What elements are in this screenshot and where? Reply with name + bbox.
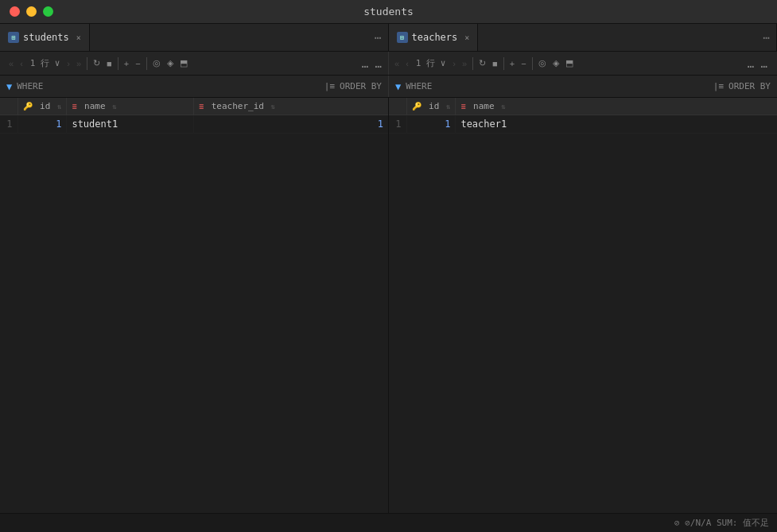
maximize-button[interactable] — [43, 6, 53, 17]
add-row-button-right[interactable]: + — [507, 57, 517, 70]
teachers-table-icon: ⊞ — [397, 32, 408, 43]
filter-split: ▼ WHERE |≡ ORDER BY ▼ WHERE |≡ ORDER BY — [0, 76, 777, 97]
stop-button-right[interactable]: ■ — [490, 57, 500, 70]
students-name-header[interactable]: ≣ name ⇅ — [67, 98, 194, 115]
window-title: students — [363, 6, 414, 17]
toolbar-more-right[interactable]: … … — [744, 57, 771, 70]
teachers-id-1[interactable]: 1 — [406, 115, 456, 134]
teachers-tab-label: teachers — [412, 32, 458, 43]
left-tab-panel: ⊞ students × ⋯ — [0, 24, 389, 51]
window-controls — [10, 6, 53, 17]
teachers-name-sort-icon: ⇅ — [501, 103, 505, 111]
commit-button-right[interactable]: ◎ — [536, 56, 549, 70]
toolbar-sep-6 — [532, 57, 533, 70]
students-table-icon: ⊞ — [8, 32, 19, 43]
save-button-right[interactable]: ⬒ — [563, 56, 576, 70]
refresh-button-left[interactable]: ↻ — [91, 56, 103, 70]
teachers-pk-icon: 🔑 — [412, 102, 422, 111]
nav-first-button-right[interactable]: « — [392, 57, 402, 70]
remove-row-button-right[interactable]: − — [519, 57, 528, 70]
teacherid-type-icon: ≣ — [199, 102, 204, 111]
orderby-label-left: ORDER BY — [340, 81, 382, 91]
statusbar-text: ⊘ ⊘/N/A SUM: 值不足 — [674, 517, 769, 529]
filterbar: ▼ WHERE |≡ ORDER BY ▼ WHERE |≡ ORDER BY — [0, 76, 777, 98]
left-toolbar: « ‹ 1 行 ∨ › » ↻ ■ + − ◎ ◈ ⬒ … … — [3, 52, 389, 75]
close-button[interactable] — [10, 6, 20, 17]
table-row[interactable]: 1 1 student1 1 — [0, 115, 388, 134]
tabbar: ⊞ students × ⋯ ⊞ teachers × ⋯ — [0, 24, 777, 52]
filter-button-left[interactable]: ◈ — [165, 56, 176, 70]
orderby-label-right: ORDER BY — [728, 81, 771, 91]
name-type-icon: ≣ — [72, 102, 76, 111]
students-name-1[interactable]: student1 — [67, 115, 194, 134]
nav-last-button-left[interactable]: » — [74, 57, 84, 70]
titlebar: students — [0, 0, 777, 24]
toolbar-sep-1 — [87, 57, 87, 70]
teachers-name-type-icon: ≣ — [460, 102, 465, 111]
students-tab-label: students — [23, 32, 69, 43]
commit-button-left[interactable]: ◎ — [150, 56, 163, 70]
students-teacherid-1[interactable]: 1 — [194, 115, 388, 134]
teachers-name-header[interactable]: ≣ name ⇅ — [456, 98, 777, 115]
add-row-button-left[interactable]: + — [122, 57, 131, 70]
row-count-left: 1 行 ∨ — [27, 57, 64, 69]
toolbar: « ‹ 1 行 ∨ › » ↻ ■ + − ◎ ◈ ⬒ … … « ‹ 1 行 … — [0, 52, 777, 76]
students-tab-close[interactable]: × — [76, 33, 81, 42]
filter-button-right[interactable]: ◈ — [550, 56, 561, 70]
where-icon-left: ▼ — [6, 81, 12, 92]
nav-prev-button-right[interactable]: ‹ — [403, 57, 411, 70]
tab-teachers[interactable]: ⊞ teachers × — [389, 24, 479, 51]
minimize-button[interactable] — [26, 6, 37, 17]
students-rownum-header — [0, 98, 17, 115]
tab-students[interactable]: ⊞ students × — [0, 24, 90, 51]
orderby-icon-left: |≡ — [324, 81, 335, 91]
nav-last-button-right[interactable]: » — [460, 57, 469, 70]
students-rownum-1: 1 — [0, 115, 17, 134]
students-panel: 🔑 id ⇅ ≣ name ⇅ ≣ teacher_id ⇅ — [0, 98, 389, 513]
where-label-left: WHERE — [17, 81, 43, 91]
teachers-id-sort-icon: ⇅ — [446, 103, 450, 111]
right-tab-more[interactable]: ⋯ — [757, 31, 776, 44]
toolbar-sep-3 — [146, 57, 147, 70]
statusbar: ⊘ ⊘/N/A SUM: 值不足 — [0, 513, 777, 532]
left-filter-section: ▼ WHERE |≡ ORDER BY — [0, 76, 389, 97]
teachers-name-1[interactable]: teacher1 — [456, 115, 777, 134]
nav-first-button-left[interactable]: « — [6, 57, 16, 70]
nav-next-button-right[interactable]: › — [450, 57, 458, 70]
teachers-tab-close[interactable]: × — [464, 33, 469, 42]
row-count-right: 1 行 ∨ — [413, 57, 449, 69]
left-tab-more[interactable]: ⋯ — [368, 31, 387, 44]
refresh-button-right[interactable]: ↻ — [476, 56, 488, 70]
where-icon-right: ▼ — [395, 81, 401, 92]
students-table: 🔑 id ⇅ ≣ name ⇅ ≣ teacher_id ⇅ — [0, 98, 388, 134]
toolbar-sep-5 — [503, 57, 504, 70]
teacherid-sort-icon: ⇅ — [271, 103, 275, 111]
stop-button-left[interactable]: ■ — [104, 57, 115, 70]
teachers-panel: 🔑 id ⇅ ≣ name ⇅ 1 1 teacher1 — [389, 98, 777, 513]
right-tab-panel: ⊞ teachers × ⋯ — [389, 24, 778, 51]
students-teacherid-header[interactable]: ≣ teacher_id ⇅ — [194, 98, 388, 115]
table-row[interactable]: 1 1 teacher1 — [389, 115, 777, 134]
teachers-id-header[interactable]: 🔑 id ⇅ — [406, 98, 456, 115]
toolbar-sep-4 — [472, 57, 473, 70]
remove-row-button-left[interactable]: − — [133, 57, 142, 70]
nav-next-button-left[interactable]: › — [64, 57, 72, 70]
pk-icon: 🔑 — [23, 102, 33, 111]
toolbar-more-left[interactable]: … … — [359, 57, 385, 70]
id-sort-icon: ⇅ — [57, 103, 61, 111]
name-sort-icon: ⇅ — [112, 103, 116, 111]
toolbar-split: « ‹ 1 行 ∨ › » ↻ ■ + − ◎ ◈ ⬒ … … « ‹ 1 行 … — [3, 52, 774, 75]
content-area: 🔑 id ⇅ ≣ name ⇅ ≣ teacher_id ⇅ — [0, 98, 777, 513]
right-toolbar: « ‹ 1 行 ∨ › » ↻ ■ + − ◎ ◈ ⬒ … … — [389, 52, 774, 75]
toolbar-sep-2 — [118, 57, 118, 70]
where-label-right: WHERE — [406, 81, 432, 91]
teachers-rownum-1: 1 — [389, 115, 406, 134]
save-button-left[interactable]: ⬒ — [177, 56, 190, 70]
nav-prev-button-left[interactable]: ‹ — [17, 57, 25, 70]
teachers-rownum-header — [389, 98, 406, 115]
teachers-table: 🔑 id ⇅ ≣ name ⇅ 1 1 teacher1 — [389, 98, 777, 134]
orderby-icon-right: |≡ — [713, 81, 724, 91]
students-id-header[interactable]: 🔑 id ⇅ — [17, 98, 67, 115]
right-filter-section: ▼ WHERE |≡ ORDER BY — [389, 76, 777, 97]
students-id-1[interactable]: 1 — [17, 115, 67, 134]
